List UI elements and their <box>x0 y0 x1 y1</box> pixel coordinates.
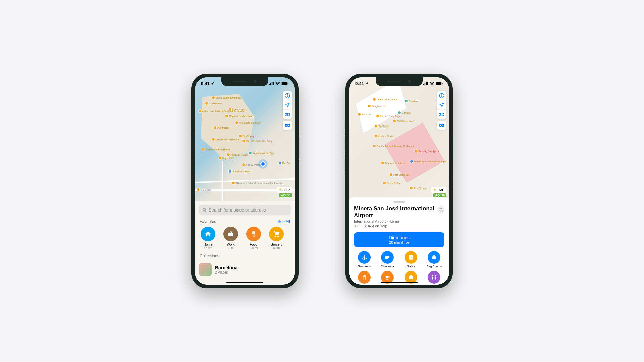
category-gates[interactable]: Gates <box>400 251 421 268</box>
sheet-grabber[interactable] <box>393 201 405 203</box>
category-restrooms[interactable]: Restrooms <box>424 271 445 285</box>
svg-rect-0 <box>269 84 270 85</box>
svg-rect-36 <box>410 275 412 276</box>
svg-point-37 <box>432 275 433 276</box>
phone-left: 9:41 Bubba Gump Shrimp Co Chart House #w… <box>191 74 299 288</box>
map-poi[interactable]: Sip Savvy <box>374 124 389 128</box>
collection-thumbnail <box>199 263 212 276</box>
directions-button[interactable]: Directions 20 min drive <box>354 232 444 247</box>
collections-title: Collections <box>200 254 219 258</box>
map-poi[interactable]: Bay Voyager <box>238 134 256 138</box>
wifi-icon <box>430 82 434 85</box>
map-view[interactable]: Bubba Gump Shrimp Co Chart House #wiss L… <box>195 77 295 201</box>
favorite-work[interactable]: Work 56m <box>222 227 240 250</box>
map-poi[interactable]: Bubba Gump Shrimp Co <box>212 96 241 99</box>
map-lookaround-button[interactable] <box>437 121 446 130</box>
search-sheet[interactable]: Search for a place or address Favorites … <box>195 201 295 285</box>
map-poi[interactable]: The NFL Collectible Shop <box>242 139 273 143</box>
map-lookaround-button[interactable] <box>283 121 292 130</box>
map-poi[interactable]: Hard Rock Cafe <box>227 153 248 156</box>
collection-item[interactable]: Barcelona 2 Places <box>199 261 291 278</box>
map-poi[interactable]: Stockton & Beach <box>228 170 251 173</box>
map-poi[interactable]: Sunglass Icon <box>368 104 386 108</box>
category-bagclaims[interactable]: Bag Claims <box>424 251 445 268</box>
map-locate-button[interactable] <box>283 100 292 110</box>
location-services-icon <box>365 82 369 85</box>
map-poi[interactable]: Hudson News <box>374 134 393 138</box>
aqi-badge: AQI 30 <box>433 193 446 197</box>
map-poi[interactable]: Escalator <box>405 99 418 103</box>
place-rating: ★3.5 (2045) on Yelp <box>354 224 438 228</box>
favorite-home[interactable]: Home 1h 9m <box>199 227 217 250</box>
map-poi[interactable]: Gordon Biersch Brewery Restaurant <box>373 144 414 148</box>
map-poi[interactable]: x & Beach <box>197 188 211 191</box>
favorite-more[interactable] <box>290 227 291 250</box>
map-poi[interactable]: Discover San Jose <box>381 161 405 165</box>
map-info-button[interactable] <box>437 91 446 100</box>
map-poi[interactable]: Alliant International University – San F… <box>232 181 284 185</box>
screen-left: 9:41 Bubba Gump Shrimp Co Chart House #w… <box>195 77 295 285</box>
map-controls: 2D <box>283 91 292 130</box>
weather-badge[interactable]: ⛅68° AQI 30 <box>277 187 292 197</box>
favorites-title: Favorites <box>200 219 216 224</box>
map-locate-button[interactable] <box>437 100 446 110</box>
svg-point-13 <box>288 125 289 126</box>
map-poi[interactable]: Krazy Kaps <box>228 108 245 111</box>
map-poi[interactable]: First-Class Deli <box>389 173 409 176</box>
map-poi[interactable]: Security Checkpoint <box>415 149 439 153</box>
svg-rect-34 <box>432 256 436 259</box>
favorite-food[interactable]: Food 2.3 mi <box>245 227 263 250</box>
map-poi[interactable]: The Cable Car Store <box>235 121 261 124</box>
svg-rect-19 <box>425 83 426 85</box>
map-poi[interactable]: CNN Newsstand <box>393 119 414 123</box>
map-poi[interactable]: Mineta San José Internat Airport <box>410 160 447 163</box>
svg-rect-5 <box>282 82 287 85</box>
svg-rect-16 <box>228 233 233 236</box>
svg-rect-1 <box>270 83 271 85</box>
svg-rect-6 <box>288 83 288 84</box>
map-info-button[interactable] <box>283 91 292 100</box>
place-title: Mineta San José International Airport <box>354 205 438 219</box>
close-button[interactable] <box>438 205 444 214</box>
see-all-link[interactable]: See All <box>278 219 290 224</box>
aqi-badge: AQI 30 <box>279 193 292 197</box>
map-poi[interactable]: Fog Harbor Fish House <box>202 148 230 151</box>
map-view-indoor[interactable]: Authors Book Store Sunglass Icon Escalat… <box>349 77 449 201</box>
svg-rect-24 <box>442 83 443 84</box>
svg-rect-35 <box>409 276 413 279</box>
home-indicator[interactable] <box>381 282 418 283</box>
wifi-icon <box>275 82 280 85</box>
map-mode-button[interactable]: 2D <box>437 110 446 119</box>
svg-rect-32 <box>409 255 413 260</box>
map-poi[interactable]: Pier Market <box>213 126 229 129</box>
favorite-grocery[interactable]: Grocery .35 mi <box>267 227 285 250</box>
map-poi[interactable]: Elevator <box>398 111 411 114</box>
svg-rect-23 <box>436 82 441 85</box>
map-poi[interactable]: Pier 39 <box>278 161 290 165</box>
map-poi[interactable]: Einstein Bros. Bagels <box>376 114 402 118</box>
weather-badge[interactable]: ⛅68° AQI 30 <box>431 187 446 197</box>
map-poi[interactable]: Tres Gringos <box>410 186 427 190</box>
home-indicator[interactable] <box>226 282 263 283</box>
category-food[interactable]: Food <box>354 271 375 285</box>
map-poi[interactable]: Crab House at Pier 39 <box>212 138 239 141</box>
signal-icon <box>269 82 274 85</box>
svg-rect-38 <box>432 277 433 280</box>
category-checkins[interactable]: Check-ins <box>377 251 398 268</box>
map-poi[interactable]: Chart House <box>205 102 222 105</box>
map-poi[interactable]: Magowan's Mirror Maze <box>225 114 254 118</box>
svg-rect-17 <box>230 232 232 233</box>
search-input[interactable]: Search for a place or address <box>199 205 291 215</box>
map-poi[interactable]: InMotion <box>358 113 371 116</box>
map-mode-button[interactable]: 2D <box>283 110 292 119</box>
svg-rect-27 <box>441 95 442 97</box>
category-terminals[interactable]: Terminals <box>354 251 375 268</box>
map-poi[interactable]: Peet's Coffee <box>383 181 401 185</box>
map-poi[interactable]: Pier 39 Marina <box>242 163 261 166</box>
svg-point-33 <box>411 257 412 258</box>
map-poi[interactable]: Authors Book Store <box>373 98 397 101</box>
phone-right: 9:41 Authors Book Store Sunglass Icon Es… <box>345 74 453 288</box>
map-poi[interactable]: Aquarium of the Bay <box>249 151 274 155</box>
place-card[interactable]: Mineta San José International Airport In… <box>349 197 449 285</box>
map-poi[interactable]: Eagle Cafe <box>218 156 234 160</box>
